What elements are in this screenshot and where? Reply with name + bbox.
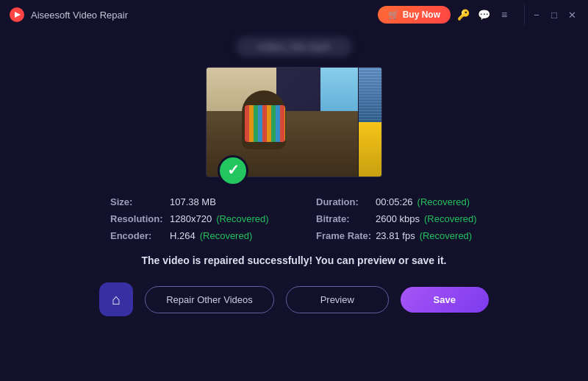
check-icon: ✓ — [227, 161, 240, 179]
minimize-button[interactable]: − — [529, 7, 544, 22]
resolution-value: 1280x720 — [170, 213, 212, 224]
window-controls: − □ ✕ — [523, 4, 579, 26]
video-right-panel — [358, 68, 381, 177]
close-button[interactable]: ✕ — [564, 7, 579, 22]
bitrate-status: (Recovered) — [424, 213, 477, 224]
buy-button[interactable]: 🛒 Buy Now — [378, 6, 451, 24]
duration-label: Duration: — [316, 196, 371, 207]
encoder-value: H.264 — [170, 230, 196, 241]
divider — [524, 4, 525, 26]
home-button[interactable]: ⌂ — [99, 282, 133, 316]
title-right: 🛒 Buy Now 🔑 💬 ≡ − □ ✕ — [378, 4, 579, 26]
resolution-status: (Recovered) — [216, 213, 269, 224]
maximize-button[interactable]: □ — [547, 7, 562, 22]
key-icon[interactable]: 🔑 — [455, 7, 471, 23]
bitrate-label: Bitrate: — [316, 213, 371, 224]
panel-lines — [359, 68, 381, 122]
framerate-status: (Recovered) — [420, 230, 473, 241]
size-value: 107.38 MB — [170, 196, 216, 207]
video-container: ✓ — [206, 67, 382, 177]
size-label: Size: — [110, 196, 165, 207]
action-buttons: ⌂ Repair Other Videos Preview Save — [99, 282, 489, 316]
cart-icon: 🛒 — [388, 10, 399, 20]
success-message: The video is repaired successfully! You … — [142, 254, 447, 266]
encoder-label: Encoder: — [110, 230, 165, 241]
resolution-row: Resolution: 1280x720 (Recovered) — [110, 213, 272, 224]
title-bar: Aiseesoft Video Repair 🛒 Buy Now 🔑 💬 ≡ −… — [0, 0, 588, 29]
info-grid: Size: 107.38 MB Duration: 00:05:26 (Reco… — [110, 196, 478, 241]
buy-button-label: Buy Now — [403, 10, 440, 20]
framerate-row: Frame Rate: 23.81 fps (Recovered) — [316, 230, 478, 241]
save-button[interactable]: Save — [401, 287, 489, 313]
file-name-bar: video_file.mp4 — [236, 37, 352, 57]
bitrate-row: Bitrate: 2600 kbps (Recovered) — [316, 213, 478, 224]
preview-button[interactable]: Preview — [286, 286, 389, 313]
home-icon: ⌂ — [112, 291, 121, 308]
size-row: Size: 107.38 MB — [110, 196, 272, 207]
duration-status: (Recovered) — [417, 196, 470, 207]
resolution-label: Resolution: — [110, 213, 165, 224]
title-left: Aiseesoft Video Repair — [9, 7, 128, 23]
encoder-status: (Recovered) — [200, 230, 253, 241]
app-logo — [9, 7, 25, 23]
duration-value: 00:05:26 — [376, 196, 413, 207]
encoder-row: Encoder: H.264 (Recovered) — [110, 230, 272, 241]
app-title: Aiseesoft Video Repair — [31, 10, 128, 21]
main-content: video_file.mp4 ✓ — [0, 29, 588, 331]
bitrate-value: 2600 kbps — [376, 213, 420, 224]
menu-icon[interactable]: ≡ — [496, 7, 512, 23]
success-badge: ✓ — [218, 155, 248, 186]
scarf-decoration — [245, 105, 285, 142]
repair-others-button[interactable]: Repair Other Videos — [145, 286, 274, 313]
framerate-value: 23.81 fps — [376, 230, 415, 241]
framerate-label: Frame Rate: — [316, 230, 371, 241]
duration-row: Duration: 00:05:26 (Recovered) — [316, 196, 478, 207]
chat-icon[interactable]: 💬 — [476, 7, 492, 23]
